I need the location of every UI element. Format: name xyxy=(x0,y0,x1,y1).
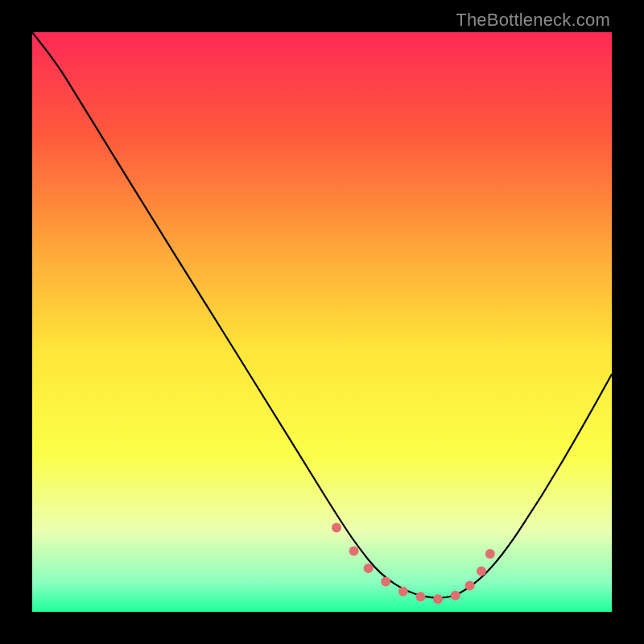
valley-marker xyxy=(477,567,486,576)
valley-marker xyxy=(465,581,475,591)
watermark-text: TheBottleneck.com xyxy=(456,10,610,31)
valley-marker xyxy=(433,594,443,604)
valley-marker xyxy=(364,564,374,573)
valley-marker xyxy=(485,549,495,559)
valley-marker xyxy=(398,587,408,597)
gradient-background xyxy=(32,32,612,612)
valley-marker xyxy=(349,546,359,555)
valley-marker xyxy=(451,591,460,601)
valley-marker xyxy=(415,592,425,601)
chart-plot-area xyxy=(32,32,612,612)
valley-marker xyxy=(332,523,341,533)
valley-marker xyxy=(381,577,390,587)
chart-svg xyxy=(32,32,612,612)
